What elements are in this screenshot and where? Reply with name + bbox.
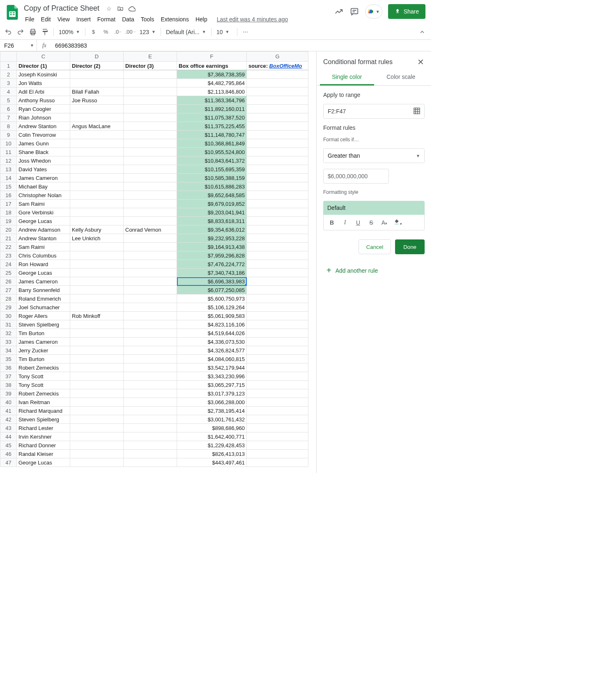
cell[interactable] xyxy=(70,131,124,139)
cell[interactable]: source: BoxOfficeMo xyxy=(247,62,308,70)
cell[interactable] xyxy=(70,165,124,174)
select-range-icon[interactable] xyxy=(414,108,420,115)
row-header[interactable]: 19 xyxy=(0,217,17,225)
row-header[interactable]: 31 xyxy=(0,320,17,329)
cell[interactable] xyxy=(247,389,308,398)
row-header[interactable]: 29 xyxy=(0,303,17,312)
cell[interactable]: $826,413,013 xyxy=(177,450,247,458)
cell[interactable] xyxy=(247,381,308,389)
increase-decimal-icon[interactable]: .00→ xyxy=(125,26,136,38)
cell[interactable] xyxy=(70,191,124,200)
row-header[interactable]: 15 xyxy=(0,182,17,191)
cell[interactable] xyxy=(247,217,308,225)
print-icon[interactable] xyxy=(27,26,39,38)
cell[interactable] xyxy=(70,389,124,398)
cell[interactable] xyxy=(70,303,124,312)
cell[interactable]: Sam Raimi xyxy=(17,243,70,251)
underline-icon[interactable]: U xyxy=(353,219,363,226)
cell[interactable]: George Lucas xyxy=(17,458,70,467)
cancel-button[interactable]: Cancel xyxy=(359,239,391,254)
row-header[interactable]: 45 xyxy=(0,441,17,450)
cell[interactable] xyxy=(124,79,177,87)
cell[interactable]: David Yates xyxy=(17,165,70,174)
row-header[interactable]: 5 xyxy=(0,96,17,105)
cell[interactable] xyxy=(124,182,177,191)
cell[interactable]: Robert Zemeckis xyxy=(17,363,70,372)
cell[interactable]: Joel Schumacher xyxy=(17,303,70,312)
menu-insert[interactable]: Insert xyxy=(74,14,94,24)
row-header[interactable]: 11 xyxy=(0,148,17,156)
cell[interactable] xyxy=(247,122,308,131)
cell[interactable]: Anthony Russo xyxy=(17,96,70,105)
cell[interactable] xyxy=(247,251,308,260)
cell[interactable]: Andrew Adamson xyxy=(17,225,70,234)
star-icon[interactable]: ☆ xyxy=(105,5,113,12)
row-header[interactable]: 38 xyxy=(0,381,17,389)
range-input[interactable]: F2:F47 xyxy=(323,104,425,119)
cell[interactable] xyxy=(247,294,308,303)
cell[interactable] xyxy=(70,200,124,208)
cell[interactable] xyxy=(124,450,177,458)
cell[interactable] xyxy=(247,113,308,122)
cell[interactable] xyxy=(70,148,124,156)
cell[interactable]: $10,843,641,372 xyxy=(177,156,247,165)
cell[interactable] xyxy=(247,372,308,381)
font-select[interactable]: Default (Ari...▼ xyxy=(163,26,209,38)
cell[interactable]: $4,823,116,106 xyxy=(177,320,247,329)
cell[interactable] xyxy=(247,191,308,200)
cell[interactable] xyxy=(124,191,177,200)
cell[interactable]: $3,017,379,123 xyxy=(177,389,247,398)
cell[interactable]: $1,642,400,771 xyxy=(177,432,247,441)
row-header[interactable]: 21 xyxy=(0,234,17,243)
last-edit-link[interactable]: Last edit was 4 minutes ago xyxy=(211,16,288,23)
document-title[interactable]: Copy of Practice Sheet xyxy=(22,3,101,14)
style-preview[interactable]: Default xyxy=(323,201,425,215)
cell[interactable] xyxy=(124,208,177,217)
cell[interactable]: $6,077,250,085 xyxy=(177,286,247,294)
cell[interactable]: $5,061,909,583 xyxy=(177,312,247,320)
cell[interactable] xyxy=(70,294,124,303)
cell[interactable] xyxy=(247,174,308,182)
cell[interactable]: $2,113,846,800 xyxy=(177,87,247,96)
cell[interactable] xyxy=(124,329,177,338)
row-header[interactable]: 24 xyxy=(0,260,17,269)
cell[interactable] xyxy=(247,303,308,312)
more-toolbar-icon[interactable]: ⋯ xyxy=(240,26,251,38)
cell[interactable] xyxy=(70,277,124,286)
cell[interactable] xyxy=(247,286,308,294)
cell[interactable] xyxy=(124,458,177,467)
row-header[interactable]: 22 xyxy=(0,243,17,251)
cell[interactable]: $7,476,224,772 xyxy=(177,260,247,269)
cell[interactable]: George Lucas xyxy=(17,217,70,225)
tab-single-color[interactable]: Single color xyxy=(320,69,374,85)
row-header[interactable]: 39 xyxy=(0,389,17,398)
row-header[interactable]: 3 xyxy=(0,79,17,87)
cell[interactable]: Ivan Reitman xyxy=(17,398,70,407)
text-color-icon[interactable]: A▾ xyxy=(379,219,389,226)
cell[interactable] xyxy=(247,424,308,432)
row-header[interactable]: 41 xyxy=(0,407,17,415)
cell[interactable] xyxy=(70,105,124,113)
cell[interactable] xyxy=(70,329,124,338)
cell[interactable] xyxy=(247,432,308,441)
cell[interactable]: Steven Spielberg xyxy=(17,415,70,424)
name-box[interactable]: F26▼ xyxy=(0,40,37,51)
paint-format-icon[interactable] xyxy=(39,26,51,38)
cell[interactable] xyxy=(70,251,124,260)
condition-select[interactable]: Greater than▼ xyxy=(323,148,425,163)
cell[interactable] xyxy=(124,286,177,294)
cell[interactable]: Tim Burton xyxy=(17,329,70,338)
cell[interactable]: James Gunn xyxy=(17,139,70,148)
row-header[interactable]: 33 xyxy=(0,338,17,346)
cell[interactable] xyxy=(70,398,124,407)
share-button[interactable]: Share xyxy=(388,4,425,19)
row-header[interactable]: 36 xyxy=(0,363,17,372)
cell[interactable] xyxy=(247,208,308,217)
row-header[interactable]: 40 xyxy=(0,398,17,407)
menu-file[interactable]: File xyxy=(22,14,37,24)
cell[interactable]: Jon Watts xyxy=(17,79,70,87)
cell[interactable] xyxy=(124,407,177,415)
cell[interactable] xyxy=(124,131,177,139)
row-header[interactable]: 30 xyxy=(0,312,17,320)
cell[interactable] xyxy=(247,165,308,174)
